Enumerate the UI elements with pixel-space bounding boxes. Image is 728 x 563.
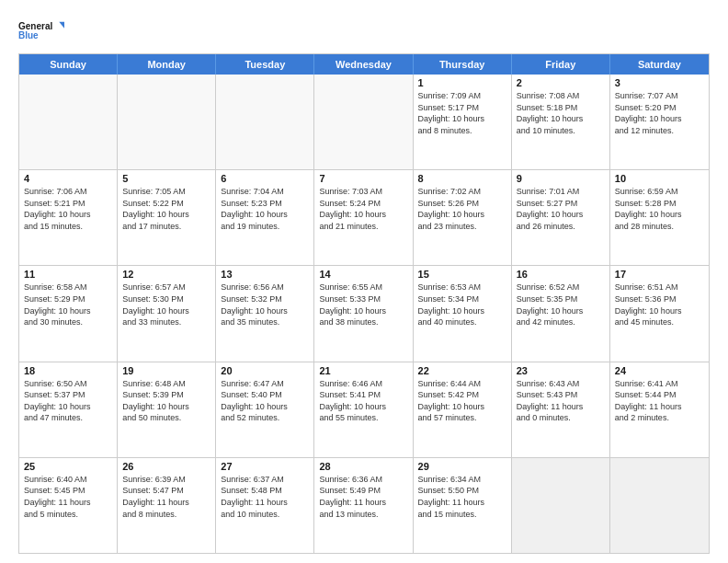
day-info: Sunrise: 6:36 AM Sunset: 5:49 PM Dayligh… bbox=[319, 474, 407, 520]
day-number: 22 bbox=[418, 365, 506, 376]
calendar-cell: 11Sunrise: 6:58 AM Sunset: 5:29 PM Dayli… bbox=[19, 266, 118, 361]
day-info: Sunrise: 6:46 AM Sunset: 5:41 PM Dayligh… bbox=[319, 378, 407, 424]
day-info: Sunrise: 6:37 AM Sunset: 5:48 PM Dayligh… bbox=[221, 474, 309, 520]
calendar-cell: 21Sunrise: 6:46 AM Sunset: 5:41 PM Dayli… bbox=[314, 362, 413, 457]
calendar-cell: 29Sunrise: 6:34 AM Sunset: 5:50 PM Dayli… bbox=[414, 458, 512, 553]
day-number: 21 bbox=[319, 365, 407, 376]
calendar-cell: 22Sunrise: 6:44 AM Sunset: 5:42 PM Dayli… bbox=[414, 362, 512, 457]
day-info: Sunrise: 6:47 AM Sunset: 5:40 PM Dayligh… bbox=[221, 378, 309, 424]
calendar-row: 4Sunrise: 7:06 AM Sunset: 5:21 PM Daylig… bbox=[19, 169, 709, 265]
day-number: 9 bbox=[517, 173, 605, 184]
calendar-cell: 23Sunrise: 6:43 AM Sunset: 5:43 PM Dayli… bbox=[512, 362, 610, 457]
day-number: 26 bbox=[122, 461, 210, 472]
day-number: 6 bbox=[221, 173, 309, 184]
calendar-cell: 15Sunrise: 6:53 AM Sunset: 5:34 PM Dayli… bbox=[414, 266, 512, 361]
calendar-cell: 7Sunrise: 7:03 AM Sunset: 5:24 PM Daylig… bbox=[314, 170, 413, 265]
calendar-row: 25Sunrise: 6:40 AM Sunset: 5:45 PM Dayli… bbox=[19, 457, 709, 553]
cal-header-cell: Monday bbox=[118, 54, 216, 75]
day-info: Sunrise: 6:40 AM Sunset: 5:45 PM Dayligh… bbox=[24, 474, 112, 520]
calendar-cell: 1Sunrise: 7:09 AM Sunset: 5:17 PM Daylig… bbox=[414, 75, 512, 169]
cal-header-cell: Friday bbox=[512, 54, 610, 75]
cal-header-cell: Sunday bbox=[19, 54, 118, 75]
day-info: Sunrise: 6:41 AM Sunset: 5:44 PM Dayligh… bbox=[615, 378, 704, 424]
day-info: Sunrise: 6:43 AM Sunset: 5:43 PM Dayligh… bbox=[517, 378, 605, 424]
cal-header-cell: Tuesday bbox=[216, 54, 314, 75]
logo-svg: General Blue bbox=[18, 15, 64, 46]
day-number: 1 bbox=[418, 77, 506, 88]
day-info: Sunrise: 7:04 AM Sunset: 5:23 PM Dayligh… bbox=[221, 186, 309, 232]
day-number: 5 bbox=[122, 173, 210, 184]
day-number: 20 bbox=[221, 365, 309, 376]
calendar-cell: 19Sunrise: 6:48 AM Sunset: 5:39 PM Dayli… bbox=[118, 362, 216, 457]
calendar-row: 1Sunrise: 7:09 AM Sunset: 5:17 PM Daylig… bbox=[19, 75, 709, 169]
day-info: Sunrise: 7:06 AM Sunset: 5:21 PM Dayligh… bbox=[24, 186, 112, 232]
calendar-cell bbox=[19, 75, 118, 169]
day-info: Sunrise: 6:57 AM Sunset: 5:30 PM Dayligh… bbox=[122, 282, 210, 327]
day-info: Sunrise: 7:08 AM Sunset: 5:18 PM Dayligh… bbox=[517, 90, 605, 136]
calendar-cell: 25Sunrise: 6:40 AM Sunset: 5:45 PM Dayli… bbox=[19, 458, 118, 553]
day-number: 24 bbox=[615, 365, 704, 376]
day-number: 8 bbox=[418, 173, 506, 184]
day-info: Sunrise: 6:48 AM Sunset: 5:39 PM Dayligh… bbox=[122, 378, 210, 424]
day-info: Sunrise: 7:02 AM Sunset: 5:26 PM Dayligh… bbox=[418, 186, 506, 232]
day-info: Sunrise: 6:58 AM Sunset: 5:29 PM Dayligh… bbox=[24, 282, 112, 327]
calendar-cell bbox=[512, 458, 610, 553]
day-number: 12 bbox=[122, 269, 210, 280]
day-number: 3 bbox=[615, 77, 704, 88]
calendar-cell bbox=[610, 458, 709, 553]
calendar-row: 11Sunrise: 6:58 AM Sunset: 5:29 PM Dayli… bbox=[19, 265, 709, 361]
day-info: Sunrise: 7:03 AM Sunset: 5:24 PM Dayligh… bbox=[319, 186, 407, 232]
calendar-cell: 20Sunrise: 6:47 AM Sunset: 5:40 PM Dayli… bbox=[216, 362, 314, 457]
calendar-cell: 6Sunrise: 7:04 AM Sunset: 5:23 PM Daylig… bbox=[216, 170, 314, 265]
logo: General Blue bbox=[18, 15, 64, 46]
calendar-cell: 10Sunrise: 6:59 AM Sunset: 5:28 PM Dayli… bbox=[610, 170, 709, 265]
day-number: 19 bbox=[122, 365, 210, 376]
calendar-cell bbox=[216, 75, 314, 169]
calendar: SundayMondayTuesdayWednesdayThursdayFrid… bbox=[18, 53, 710, 554]
day-info: Sunrise: 7:05 AM Sunset: 5:22 PM Dayligh… bbox=[122, 186, 210, 232]
calendar-cell: 4Sunrise: 7:06 AM Sunset: 5:21 PM Daylig… bbox=[19, 170, 118, 265]
day-info: Sunrise: 6:53 AM Sunset: 5:34 PM Dayligh… bbox=[418, 282, 506, 327]
calendar-cell: 27Sunrise: 6:37 AM Sunset: 5:48 PM Dayli… bbox=[216, 458, 314, 553]
day-info: Sunrise: 7:01 AM Sunset: 5:27 PM Dayligh… bbox=[517, 186, 605, 232]
day-number: 16 bbox=[517, 269, 605, 280]
day-info: Sunrise: 6:59 AM Sunset: 5:28 PM Dayligh… bbox=[615, 186, 704, 232]
calendar-cell: 3Sunrise: 7:07 AM Sunset: 5:20 PM Daylig… bbox=[610, 75, 709, 169]
cal-header-cell: Thursday bbox=[414, 54, 512, 75]
calendar-cell: 2Sunrise: 7:08 AM Sunset: 5:18 PM Daylig… bbox=[512, 75, 610, 169]
page: General Blue SundayMondayTuesdayWednesda… bbox=[0, 0, 728, 563]
day-number: 17 bbox=[615, 269, 704, 280]
day-number: 13 bbox=[221, 269, 309, 280]
day-info: Sunrise: 6:52 AM Sunset: 5:35 PM Dayligh… bbox=[517, 282, 605, 327]
day-info: Sunrise: 6:51 AM Sunset: 5:36 PM Dayligh… bbox=[615, 282, 704, 327]
day-info: Sunrise: 7:09 AM Sunset: 5:17 PM Dayligh… bbox=[418, 90, 506, 136]
cal-header-cell: Wednesday bbox=[314, 54, 413, 75]
calendar-cell: 17Sunrise: 6:51 AM Sunset: 5:36 PM Dayli… bbox=[610, 266, 709, 361]
day-number: 18 bbox=[24, 365, 112, 376]
svg-text:General: General bbox=[18, 21, 52, 31]
calendar-row: 18Sunrise: 6:50 AM Sunset: 5:37 PM Dayli… bbox=[19, 362, 709, 457]
calendar-cell bbox=[118, 75, 216, 169]
calendar-cell: 12Sunrise: 6:57 AM Sunset: 5:30 PM Dayli… bbox=[118, 266, 216, 361]
day-info: Sunrise: 6:39 AM Sunset: 5:47 PM Dayligh… bbox=[122, 474, 210, 520]
day-number: 25 bbox=[24, 461, 112, 472]
day-info: Sunrise: 6:44 AM Sunset: 5:42 PM Dayligh… bbox=[418, 378, 506, 424]
day-info: Sunrise: 7:07 AM Sunset: 5:20 PM Dayligh… bbox=[615, 90, 704, 136]
day-number: 15 bbox=[418, 269, 506, 280]
day-info: Sunrise: 6:34 AM Sunset: 5:50 PM Dayligh… bbox=[418, 474, 506, 520]
day-number: 27 bbox=[221, 461, 309, 472]
calendar-cell: 13Sunrise: 6:56 AM Sunset: 5:32 PM Dayli… bbox=[216, 266, 314, 361]
calendar-cell: 24Sunrise: 6:41 AM Sunset: 5:44 PM Dayli… bbox=[610, 362, 709, 457]
calendar-cell: 14Sunrise: 6:55 AM Sunset: 5:33 PM Dayli… bbox=[314, 266, 413, 361]
calendar-cell: 26Sunrise: 6:39 AM Sunset: 5:47 PM Dayli… bbox=[118, 458, 216, 553]
calendar-cell: 5Sunrise: 7:05 AM Sunset: 5:22 PM Daylig… bbox=[118, 170, 216, 265]
day-number: 4 bbox=[24, 173, 112, 184]
calendar-cell bbox=[314, 75, 413, 169]
day-number: 14 bbox=[319, 269, 407, 280]
svg-marker-2 bbox=[59, 22, 64, 29]
svg-text:Blue: Blue bbox=[18, 30, 39, 40]
calendar-cell: 16Sunrise: 6:52 AM Sunset: 5:35 PM Dayli… bbox=[512, 266, 610, 361]
day-info: Sunrise: 6:55 AM Sunset: 5:33 PM Dayligh… bbox=[319, 282, 407, 327]
calendar-cell: 28Sunrise: 6:36 AM Sunset: 5:49 PM Dayli… bbox=[314, 458, 413, 553]
day-number: 11 bbox=[24, 269, 112, 280]
